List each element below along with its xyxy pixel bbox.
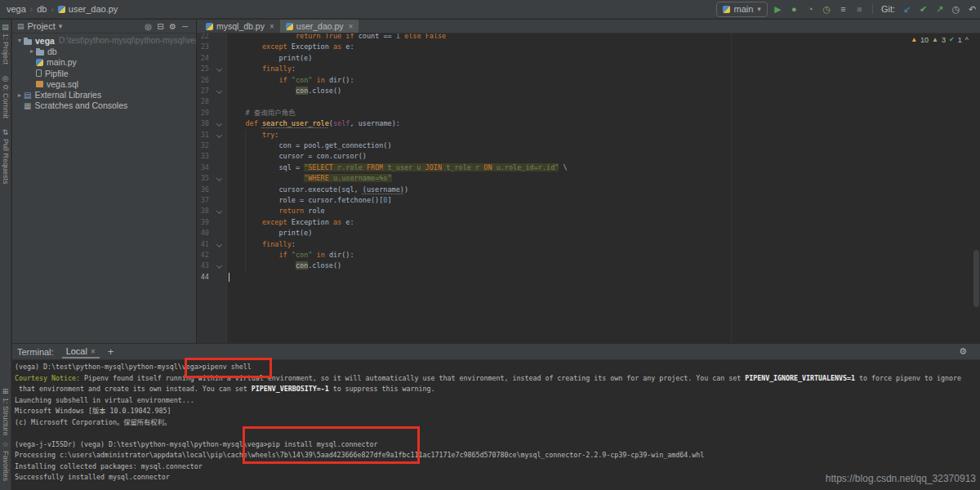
- code-line-31[interactable]: 31 try:: [197, 130, 980, 140]
- tree-item-vega[interactable]: ▾vega D:\test\python-mysql\python-mysql\…: [12, 35, 196, 46]
- pull-requests-icon: ⇅: [2, 129, 9, 136]
- breadcrumb-item-user-dao-py[interactable]: user_dao.py: [58, 4, 118, 14]
- stripe-label: 1: Project: [2, 33, 10, 65]
- stripe-top: ▤1: Project◎0: Commit⇅Pull Requests: [2, 24, 10, 195]
- code-line-35[interactable]: 35 "WHERE u.username=%s": [197, 173, 980, 184]
- git-push-button[interactable]: ↗: [933, 5, 946, 14]
- warning-count: 10: [920, 36, 929, 44]
- locate-file-button[interactable]: ◎: [142, 22, 154, 31]
- breadcrumb-separator-icon: ›: [51, 5, 53, 14]
- tree-item-db[interactable]: ▸db: [12, 46, 196, 56]
- chevron-down-icon[interactable]: ▾: [59, 22, 63, 30]
- warning-icon: ▲: [911, 37, 917, 43]
- stripe-item-0-commit[interactable]: ◎0: Commit: [2, 75, 10, 118]
- stripe-item-favorites[interactable]: ☆Favorites: [2, 441, 10, 481]
- gear-icon[interactable]: ⚙: [959, 346, 967, 357]
- code-line-32[interactable]: 32 con = pool.get_connection(): [197, 140, 980, 151]
- settings-button[interactable]: ⚙: [167, 22, 179, 31]
- tree-item-pipfile[interactable]: Pipfile: [12, 68, 196, 78]
- tab-mysql-db-py[interactable]: mysql_db.py×: [200, 20, 280, 33]
- fold-marker-icon[interactable]: [216, 121, 222, 127]
- breadcrumb-item-db[interactable]: db: [37, 4, 47, 14]
- line-number: 39: [197, 217, 209, 228]
- code-text: role = cursor.fetchone()[0]: [229, 195, 392, 206]
- toolbar-right: main ▾ ▶●◔◷≡■Git:↙✔↗◷↶: [716, 2, 980, 17]
- line-number: 29: [197, 108, 209, 118]
- line-number: 42: [197, 250, 209, 261]
- code-line-37[interactable]: 37 role = cursor.fetchone()[0]: [197, 195, 980, 206]
- fold-marker-icon[interactable]: [216, 176, 222, 181]
- code-line-43[interactable]: 43 con.close(): [197, 261, 980, 271]
- terminal-tab-local[interactable]: Local ×: [62, 345, 100, 359]
- code-line-44[interactable]: 44: [197, 272, 980, 283]
- tree-item-vega-sql[interactable]: vega.sql: [12, 78, 196, 89]
- code-text: if "con" in dir():: [229, 75, 354, 86]
- code-line-33[interactable]: 33 cursor = con.cursor(): [197, 151, 980, 162]
- code-line-22[interactable]: 22 return True if count == 1 else False: [197, 33, 980, 42]
- code-line-27[interactable]: 27 con.close(): [197, 86, 980, 96]
- running-processes-button[interactable]: ≡: [837, 5, 849, 14]
- stop-button[interactable]: ■: [853, 5, 866, 14]
- tree-item-external-libraries[interactable]: ▸External Libraries: [12, 89, 196, 100]
- fold-marker-icon[interactable]: [216, 208, 222, 214]
- line-number: 26: [197, 75, 209, 86]
- tree-item-scratches-and-consoles[interactable]: Scratches and Consoles: [12, 100, 196, 111]
- tree-item-main-py[interactable]: main.py: [12, 57, 196, 68]
- run-config-selector[interactable]: main ▾: [716, 2, 768, 17]
- code-line-25[interactable]: 25 finally:: [197, 64, 980, 74]
- code-line-24[interactable]: 24 print(e): [197, 53, 980, 64]
- code-line-28[interactable]: 28: [197, 96, 980, 107]
- code-line-41[interactable]: 41 finally:: [197, 239, 980, 250]
- stripe-item-pull-requests[interactable]: ⇅Pull Requests: [2, 129, 10, 185]
- toolbar-separator: [872, 4, 873, 14]
- git-update-button[interactable]: ↙: [901, 5, 913, 14]
- hide-panel-button[interactable]: ─: [179, 22, 191, 31]
- tree-item-label: vega: [35, 36, 55, 46]
- breadcrumb-separator-icon: ›: [30, 5, 33, 14]
- terminal-line: Processing c:\users\administrator\appdat…: [15, 450, 961, 461]
- code-line-23[interactable]: 23 except Exception as e:: [197, 42, 980, 52]
- line-number: 25: [197, 64, 209, 74]
- new-terminal-button[interactable]: +: [108, 345, 114, 358]
- fold-marker-icon[interactable]: [216, 242, 222, 247]
- fold-marker-icon[interactable]: [216, 88, 222, 94]
- terminal-tab-label: Local: [66, 346, 87, 356]
- git-rollback-button[interactable]: ↶: [966, 5, 978, 14]
- debug-button[interactable]: ●: [788, 5, 800, 14]
- editor-scrollbar[interactable]: [973, 250, 979, 307]
- code-line-38[interactable]: 38 return role: [197, 206, 980, 216]
- tab-label: mysql_db.py: [216, 21, 265, 31]
- stripe-item-1-project[interactable]: ▤1: Project: [2, 24, 10, 65]
- python-icon: [36, 59, 43, 66]
- code-area[interactable]: 22 return True if count == 1 else False2…: [197, 33, 980, 343]
- stripe-label: 1: Structure: [2, 398, 10, 436]
- git-history-button[interactable]: ◷: [950, 5, 962, 14]
- code-line-34[interactable]: 34 sql = "SELECT r.role FROM t_user u JO…: [197, 163, 980, 173]
- run-coverage-button[interactable]: ◔: [804, 5, 817, 14]
- line-number: 23: [197, 42, 209, 52]
- fold-marker-icon[interactable]: [216, 132, 222, 138]
- terminal-line: that environment and create its own inst…: [15, 384, 961, 395]
- git-commit-button[interactable]: ✔: [917, 5, 929, 14]
- code-line-29[interactable]: 29 # 查询用户角色: [197, 108, 980, 118]
- inspections-widget[interactable]: ▲ 10 ▲ 3 ✔ 1 ^: [911, 36, 969, 44]
- code-line-42[interactable]: 42 if "con" in dir():: [197, 250, 980, 261]
- run-button[interactable]: ▶: [772, 5, 784, 14]
- code-line-40[interactable]: 40 print(e): [197, 228, 980, 238]
- code-line-26[interactable]: 26 if "con" in dir():: [197, 75, 980, 86]
- code-line-39[interactable]: 39 except Exception as e:: [197, 217, 980, 228]
- fold-marker-icon[interactable]: [216, 263, 222, 269]
- tab-user-dao-py[interactable]: user_dao.py×: [280, 20, 359, 33]
- fold-marker-icon[interactable]: [216, 66, 222, 72]
- profiler-button[interactable]: ◷: [821, 5, 833, 14]
- close-icon[interactable]: ×: [349, 22, 354, 31]
- terminal-output[interactable]: (vega) D:\test\python-mysql\python-mysql…: [15, 362, 961, 483]
- code-line-36[interactable]: 36 cursor.execute(sql, (username)): [197, 185, 980, 195]
- close-icon[interactable]: ×: [270, 22, 274, 31]
- breadcrumb-label: vega: [7, 4, 26, 14]
- close-icon[interactable]: ×: [91, 347, 96, 356]
- code-line-30[interactable]: 30 def search_user_role(self, username):: [197, 118, 980, 129]
- collapse-all-button[interactable]: ⊟: [154, 22, 167, 31]
- breadcrumb-item-vega[interactable]: vega: [7, 4, 26, 14]
- stripe-item-1-structure[interactable]: ⊞1: Structure: [2, 388, 10, 436]
